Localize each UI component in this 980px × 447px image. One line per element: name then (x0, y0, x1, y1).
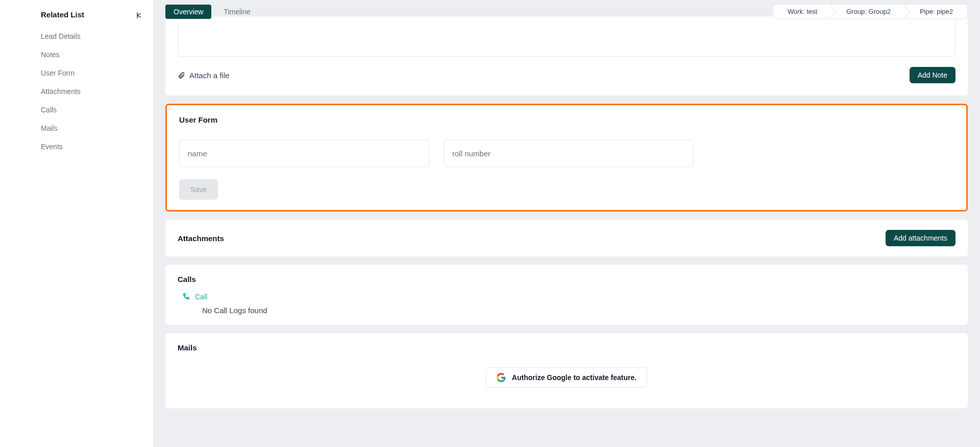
attachments-header: Attachments Add attachments (178, 230, 955, 246)
sidebar-title: Related List (0, 10, 153, 27)
google-auth-label: Authorize Google to activate feature. (512, 373, 636, 382)
save-button: Save (179, 179, 218, 200)
sidebar-item-calls[interactable]: Calls (0, 101, 153, 119)
collapse-icon[interactable] (137, 12, 142, 20)
tabs: Overview Timeline (165, 5, 259, 19)
call-label: Call (195, 293, 207, 301)
sidebar-item-user-form[interactable]: User Form (0, 64, 153, 82)
notes-card: Attach a file Add Note (165, 16, 968, 96)
authorize-google-button[interactable]: Authorize Google to activate feature. (486, 367, 647, 388)
attach-file-link[interactable]: Attach a file (178, 71, 229, 80)
phone-icon (182, 293, 190, 301)
tab-overview[interactable]: Overview (165, 5, 211, 19)
call-action[interactable]: Call (178, 293, 955, 301)
main: Overview Timeline Work: test Group: Grou… (153, 0, 980, 447)
note-textarea[interactable] (178, 16, 955, 57)
mails-card: Mails Authorize Google to activate featu… (165, 333, 968, 408)
breadcrumb: Work: test Group: Group2 Pipe: pipe2 (773, 4, 968, 19)
attach-file-label: Attach a file (189, 71, 229, 80)
user-form-card: User Form Save (165, 104, 968, 211)
sidebar-item-notes[interactable]: Notes (0, 45, 153, 64)
related-list-label: Related List (41, 10, 84, 19)
content: Attach a file Add Note User Form Save At… (153, 16, 980, 420)
add-attachments-button[interactable]: Add attachments (886, 230, 955, 246)
add-note-button[interactable]: Add Note (910, 67, 955, 83)
tab-timeline[interactable]: Timeline (215, 5, 258, 19)
paperclip-icon (178, 72, 185, 79)
sidebar: Related List Lead Details Notes User For… (0, 0, 153, 447)
call-empty-text: No Call Logs found (178, 306, 955, 315)
note-actions: Attach a file Add Note (178, 67, 955, 83)
breadcrumb-work[interactable]: Work: test (773, 5, 832, 18)
roll-number-field[interactable] (444, 139, 694, 167)
calls-title: Calls (178, 275, 955, 284)
attachments-card: Attachments Add attachments (165, 220, 968, 256)
sidebar-item-attachments[interactable]: Attachments (0, 82, 153, 101)
mails-title: Mails (178, 343, 955, 352)
calls-card: Calls Call No Call Logs found (165, 265, 968, 325)
breadcrumb-group[interactable]: Group: Group2 (832, 5, 905, 18)
name-field[interactable] (179, 139, 429, 167)
breadcrumb-pipe[interactable]: Pipe: pipe2 (905, 5, 967, 18)
sidebar-item-events[interactable]: Events (0, 137, 153, 156)
user-form-title: User Form (179, 115, 954, 124)
sidebar-item-lead-details[interactable]: Lead Details (0, 27, 153, 45)
attachments-title: Attachments (178, 234, 224, 243)
google-icon (497, 373, 506, 382)
user-form-row (179, 139, 954, 167)
sidebar-item-mails[interactable]: Mails (0, 119, 153, 137)
